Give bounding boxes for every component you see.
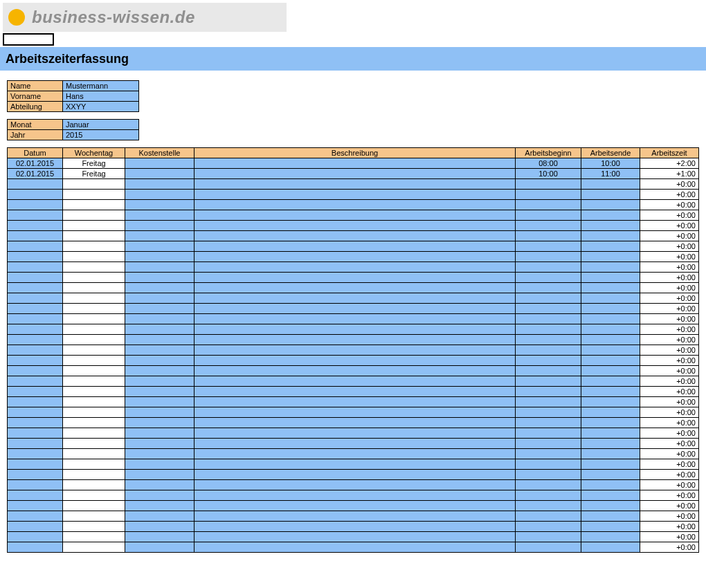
cell-beschreibung[interactable] xyxy=(194,439,516,449)
cell-datum[interactable] xyxy=(8,542,63,553)
cell-kostenstelle[interactable] xyxy=(125,231,194,241)
cell-arbeitsende[interactable] xyxy=(581,262,640,273)
cell-datum[interactable] xyxy=(8,501,63,511)
cell-arbeitsende[interactable] xyxy=(581,179,640,190)
cell-datum[interactable] xyxy=(8,314,63,324)
cell-beschreibung[interactable] xyxy=(194,366,516,376)
cell-arbeitsende[interactable] xyxy=(581,532,640,542)
cell-arbeitsbeginn[interactable] xyxy=(516,314,581,324)
cell-arbeitszeit[interactable]: +0:00 xyxy=(640,480,699,490)
cell-wochentag[interactable] xyxy=(63,366,125,376)
meta-period-value[interactable]: Januar xyxy=(63,120,139,130)
cell-datum[interactable] xyxy=(8,179,63,190)
cell-arbeitsbeginn[interactable] xyxy=(516,210,581,221)
cell-arbeitsbeginn[interactable] xyxy=(516,283,581,293)
cell-beschreibung[interactable] xyxy=(194,532,516,542)
meta-person-value[interactable]: XXYY xyxy=(63,102,139,112)
cell-arbeitsende[interactable]: 11:00 xyxy=(581,169,640,179)
cell-arbeitsende[interactable] xyxy=(581,335,640,345)
cell-arbeitszeit[interactable]: +0:00 xyxy=(640,252,699,262)
cell-arbeitsende[interactable] xyxy=(581,231,640,241)
cell-kostenstelle[interactable] xyxy=(125,200,194,210)
cell-datum[interactable] xyxy=(8,190,63,200)
cell-arbeitsende[interactable] xyxy=(581,324,640,335)
cell-arbeitszeit[interactable]: +0:00 xyxy=(640,262,699,273)
cell-wochentag[interactable] xyxy=(63,231,125,241)
cell-arbeitszeit[interactable]: +0:00 xyxy=(640,345,699,356)
cell-arbeitsende[interactable] xyxy=(581,459,640,470)
cell-arbeitsbeginn[interactable] xyxy=(516,418,581,428)
cell-arbeitsende[interactable] xyxy=(581,314,640,324)
cell-arbeitszeit[interactable]: +0:00 xyxy=(640,459,699,470)
cell-arbeitsende[interactable] xyxy=(581,293,640,304)
cell-arbeitsende[interactable] xyxy=(581,511,640,522)
cell-kostenstelle[interactable] xyxy=(125,252,194,262)
cell-datum[interactable] xyxy=(8,490,63,501)
cell-kostenstelle[interactable] xyxy=(125,304,194,314)
cell-beschreibung[interactable] xyxy=(194,511,516,522)
cell-wochentag[interactable] xyxy=(63,542,125,553)
cell-beschreibung[interactable] xyxy=(194,449,516,459)
cell-beschreibung[interactable] xyxy=(194,418,516,428)
cell-arbeitszeit[interactable]: +0:00 xyxy=(640,293,699,304)
cell-arbeitszeit[interactable]: +0:00 xyxy=(640,511,699,522)
cell-wochentag[interactable] xyxy=(63,324,125,335)
cell-datum[interactable] xyxy=(8,293,63,304)
cell-arbeitsbeginn[interactable] xyxy=(516,407,581,418)
cell-arbeitsbeginn[interactable] xyxy=(516,439,581,449)
cell-arbeitsende[interactable] xyxy=(581,490,640,501)
cell-arbeitszeit[interactable]: +0:00 xyxy=(640,470,699,480)
cell-arbeitsende[interactable] xyxy=(581,542,640,553)
cell-arbeitsbeginn[interactable] xyxy=(516,262,581,273)
cell-wochentag[interactable] xyxy=(63,273,125,283)
cell-arbeitsende[interactable] xyxy=(581,304,640,314)
cell-arbeitsbeginn[interactable] xyxy=(516,221,581,231)
cell-arbeitszeit[interactable]: +0:00 xyxy=(640,179,699,190)
cell-wochentag[interactable] xyxy=(63,283,125,293)
cell-kostenstelle[interactable] xyxy=(125,169,194,179)
cell-datum[interactable] xyxy=(8,200,63,210)
cell-beschreibung[interactable] xyxy=(194,324,516,335)
cell-arbeitsende[interactable] xyxy=(581,376,640,387)
cell-kostenstelle[interactable] xyxy=(125,490,194,501)
cell-beschreibung[interactable] xyxy=(194,179,516,190)
cell-arbeitsbeginn[interactable] xyxy=(516,335,581,345)
cell-arbeitsende[interactable] xyxy=(581,241,640,252)
cell-arbeitsende[interactable] xyxy=(581,428,640,439)
cell-arbeitsbeginn[interactable] xyxy=(516,190,581,200)
cell-arbeitsbeginn[interactable] xyxy=(516,252,581,262)
cell-datum[interactable] xyxy=(8,449,63,459)
cell-datum[interactable] xyxy=(8,480,63,490)
cell-arbeitsbeginn[interactable] xyxy=(516,304,581,314)
cell-kostenstelle[interactable] xyxy=(125,262,194,273)
cell-arbeitszeit[interactable]: +0:00 xyxy=(640,522,699,532)
cell-arbeitsende[interactable] xyxy=(581,221,640,231)
cell-wochentag[interactable] xyxy=(63,314,125,324)
cell-arbeitsbeginn[interactable] xyxy=(516,345,581,356)
col-arbeitsende[interactable]: Arbeitsende xyxy=(581,148,640,158)
cell-beschreibung[interactable] xyxy=(194,158,516,169)
cell-arbeitszeit[interactable]: +0:00 xyxy=(640,210,699,221)
cell-arbeitsbeginn[interactable] xyxy=(516,428,581,439)
cell-kostenstelle[interactable] xyxy=(125,366,194,376)
cell-kostenstelle[interactable] xyxy=(125,158,194,169)
cell-arbeitsbeginn[interactable] xyxy=(516,470,581,480)
cell-arbeitsbeginn[interactable] xyxy=(516,366,581,376)
cell-wochentag[interactable] xyxy=(63,532,125,542)
cell-kostenstelle[interactable] xyxy=(125,324,194,335)
cell-beschreibung[interactable] xyxy=(194,221,516,231)
cell-arbeitsende[interactable] xyxy=(581,449,640,459)
cell-arbeitszeit[interactable]: +0:00 xyxy=(640,221,699,231)
cell-datum[interactable] xyxy=(8,335,63,345)
cell-arbeitsende[interactable] xyxy=(581,387,640,397)
cell-arbeitsende[interactable] xyxy=(581,210,640,221)
cell-arbeitsbeginn[interactable]: 10:00 xyxy=(516,169,581,179)
cell-arbeitszeit[interactable]: +0:00 xyxy=(640,532,699,542)
cell-arbeitsbeginn[interactable]: 08:00 xyxy=(516,158,581,169)
cell-arbeitszeit[interactable]: +0:00 xyxy=(640,407,699,418)
col-kostenstelle[interactable]: Kostenstelle xyxy=(125,148,194,158)
cell-kostenstelle[interactable] xyxy=(125,210,194,221)
cell-kostenstelle[interactable] xyxy=(125,293,194,304)
cell-arbeitszeit[interactable]: +0:00 xyxy=(640,314,699,324)
cell-datum[interactable] xyxy=(8,241,63,252)
